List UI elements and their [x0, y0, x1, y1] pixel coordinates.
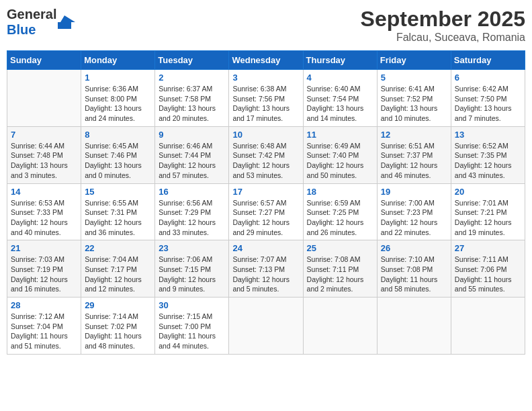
sunrise-text: Sunrise: 6:44 AM — [11, 141, 77, 151]
sunset-text: Sunset: 7:00 PM — [159, 322, 225, 332]
daylight-text: and 9 minutes. — [159, 284, 225, 294]
sunrise-text: Sunrise: 7:00 AM — [381, 198, 447, 208]
calendar-cell: 1Sunrise: 6:36 AMSunset: 8:00 PMDaylight… — [81, 70, 155, 127]
day-number: 30 — [159, 300, 225, 310]
sunrise-text: Sunrise: 7:14 AM — [85, 312, 151, 322]
daylight-text: Daylight: 12 hours — [381, 161, 447, 171]
sunrise-text: Sunrise: 6:57 AM — [232, 198, 299, 208]
sunrise-text: Sunrise: 7:10 AM — [381, 255, 447, 265]
daylight-text: Daylight: 13 hours — [381, 103, 447, 113]
calendar-cell: 7Sunrise: 6:44 AMSunset: 7:48 PMDaylight… — [7, 126, 81, 183]
weekday-header-thursday: Thursday — [303, 51, 377, 70]
sunset-text: Sunset: 7:06 PM — [455, 265, 521, 275]
calendar-cell: 25Sunrise: 7:08 AMSunset: 7:11 PMDayligh… — [303, 240, 377, 298]
daylight-text: and 51 minutes. — [11, 341, 77, 351]
day-number: 14 — [11, 187, 77, 197]
daylight-text: Daylight: 12 hours — [455, 218, 521, 228]
sunset-text: Sunset: 7:27 PM — [232, 208, 299, 218]
daylight-text: and 22 minutes. — [381, 228, 447, 238]
sunset-text: Sunset: 7:11 PM — [307, 265, 373, 275]
calendar-cell: 5Sunrise: 6:41 AMSunset: 7:52 PMDaylight… — [377, 70, 451, 127]
daylight-text: and 20 minutes. — [159, 113, 225, 124]
calendar-cell: 22Sunrise: 7:04 AMSunset: 7:17 PMDayligh… — [81, 240, 155, 298]
calendar-cell: 14Sunrise: 6:53 AMSunset: 7:33 PMDayligh… — [7, 183, 81, 240]
sunrise-text: Sunrise: 6:56 AM — [159, 198, 225, 208]
day-number: 21 — [11, 243, 77, 253]
calendar-cell: 27Sunrise: 7:11 AMSunset: 7:06 PMDayligh… — [451, 240, 525, 298]
day-number: 3 — [232, 73, 299, 83]
weekday-header-wednesday: Wednesday — [229, 51, 303, 70]
day-number: 24 — [232, 243, 299, 253]
sunset-text: Sunset: 7:56 PM — [232, 94, 299, 104]
calendar-cell — [7, 70, 81, 127]
sunset-text: Sunset: 7:23 PM — [381, 208, 447, 218]
daylight-text: Daylight: 13 hours — [232, 103, 299, 113]
day-number: 2 — [159, 73, 225, 83]
daylight-text: and 12 minutes. — [85, 284, 151, 294]
day-number: 15 — [85, 187, 151, 197]
day-number: 20 — [455, 187, 521, 197]
sunrise-text: Sunrise: 6:36 AM — [85, 84, 151, 94]
daylight-text: and 29 minutes. — [232, 228, 299, 238]
day-number: 6 — [455, 73, 521, 83]
daylight-text: Daylight: 13 hours — [307, 103, 373, 113]
day-number: 9 — [159, 130, 225, 140]
daylight-text: Daylight: 12 hours — [307, 218, 373, 228]
sunset-text: Sunset: 7:17 PM — [85, 265, 151, 275]
daylight-text: Daylight: 12 hours — [159, 218, 225, 228]
daylight-text: and 3 minutes. — [11, 171, 77, 181]
day-number: 10 — [232, 130, 299, 140]
sunset-text: Sunset: 7:13 PM — [232, 265, 299, 275]
daylight-text: Daylight: 13 hours — [85, 161, 151, 171]
weekday-header-tuesday: Tuesday — [155, 51, 229, 70]
daylight-text: and 43 minutes. — [455, 171, 521, 181]
calendar-cell: 26Sunrise: 7:10 AMSunset: 7:08 PMDayligh… — [377, 240, 451, 298]
daylight-text: and 7 minutes. — [455, 113, 521, 124]
daylight-text: Daylight: 12 hours — [11, 218, 77, 228]
daylight-text: and 57 minutes. — [159, 171, 225, 181]
calendar-cell: 29Sunrise: 7:14 AMSunset: 7:02 PMDayligh… — [81, 298, 155, 355]
daylight-text: Daylight: 12 hours — [159, 161, 225, 171]
sunrise-text: Sunrise: 6:45 AM — [85, 141, 151, 151]
daylight-text: and 0 minutes. — [85, 171, 151, 181]
daylight-text: Daylight: 13 hours — [11, 161, 77, 171]
daylight-text: and 33 minutes. — [159, 228, 225, 238]
sunset-text: Sunset: 7:15 PM — [159, 265, 225, 275]
sunrise-text: Sunrise: 6:40 AM — [307, 84, 373, 94]
sunset-text: Sunset: 7:58 PM — [159, 94, 225, 104]
day-number: 13 — [455, 130, 521, 140]
daylight-text: and 26 minutes. — [307, 228, 373, 238]
logo-line2: Blue — [7, 22, 56, 38]
month-title: September 2025 — [361, 7, 525, 32]
day-number: 11 — [307, 130, 373, 140]
daylight-text: and 50 minutes. — [307, 171, 373, 181]
calendar-week-4: 21Sunrise: 7:03 AMSunset: 7:19 PMDayligh… — [7, 240, 525, 298]
page-header: GeneralBlue September 2025 Falcau, Sucea… — [7, 7, 525, 44]
sunset-text: Sunset: 7:02 PM — [85, 322, 151, 332]
sunset-text: Sunset: 7:19 PM — [11, 265, 77, 275]
calendar-table: SundayMondayTuesdayWednesdayThursdayFrid… — [7, 50, 525, 355]
daylight-text: Daylight: 12 hours — [307, 161, 373, 171]
location: Falcau, Suceava, Romania — [361, 32, 525, 44]
sunrise-text: Sunrise: 7:01 AM — [455, 198, 521, 208]
calendar-cell: 17Sunrise: 6:57 AMSunset: 7:27 PMDayligh… — [229, 183, 303, 240]
daylight-text: and 58 minutes. — [381, 284, 447, 294]
daylight-text: and 10 minutes. — [381, 113, 447, 124]
day-number: 22 — [85, 243, 151, 253]
daylight-text: Daylight: 13 hours — [85, 103, 151, 113]
sunset-text: Sunset: 7:42 PM — [232, 150, 299, 161]
svg-marker-0 — [58, 15, 75, 29]
day-number: 27 — [455, 243, 521, 253]
calendar-cell: 8Sunrise: 6:45 AMSunset: 7:46 PMDaylight… — [81, 126, 155, 183]
sunrise-text: Sunrise: 6:53 AM — [11, 198, 77, 208]
sunset-text: Sunset: 7:25 PM — [307, 208, 373, 218]
sunset-text: Sunset: 7:31 PM — [85, 208, 151, 218]
calendar-cell: 16Sunrise: 6:56 AMSunset: 7:29 PMDayligh… — [155, 183, 229, 240]
weekday-header-monday: Monday — [81, 51, 155, 70]
sunset-text: Sunset: 7:33 PM — [11, 208, 77, 218]
daylight-text: Daylight: 11 hours — [159, 331, 225, 341]
day-number: 1 — [85, 73, 151, 83]
sunset-text: Sunset: 7:50 PM — [455, 94, 521, 104]
day-number: 23 — [159, 243, 225, 253]
daylight-text: Daylight: 12 hours — [159, 275, 225, 285]
